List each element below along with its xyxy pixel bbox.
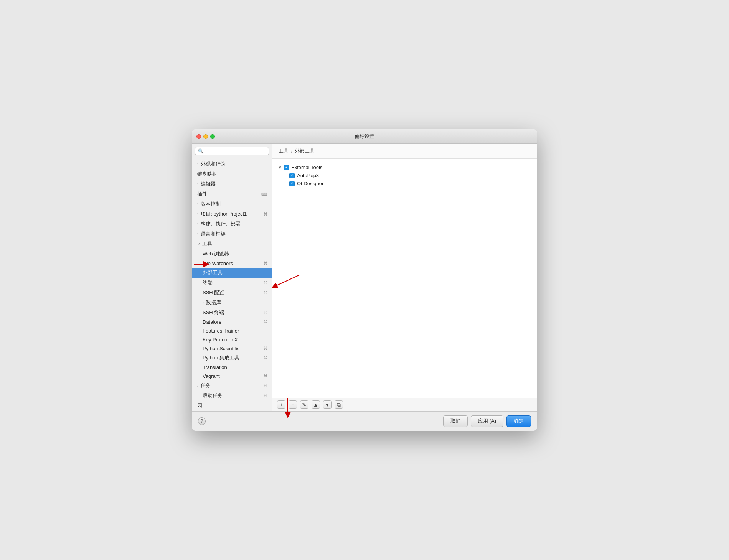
sidebar-item-python-integrated[interactable]: Python 集成工具⌘: [192, 353, 272, 363]
tree-item-label: AutoPep8: [297, 173, 319, 178]
badge-icon: ⌘: [263, 393, 267, 398]
sidebar-item-datalore[interactable]: Datalore⌘: [192, 318, 272, 326]
sidebar-item-ellipsis[interactable]: 园: [192, 400, 272, 410]
tree-item-external-tools-root[interactable]: ∨External Tools: [277, 163, 533, 171]
sidebar-item-editor[interactable]: ›编辑器: [192, 179, 272, 189]
move-up-button[interactable]: ▲: [312, 400, 320, 409]
sidebar-item-lang[interactable]: ›语言和框架: [192, 229, 272, 239]
sidebar-item-appearance[interactable]: ›外观和行为: [192, 159, 272, 169]
checkbox-external-tools-root[interactable]: [284, 165, 289, 170]
sidebar-item-database[interactable]: ›数据库: [192, 298, 272, 308]
copy-button[interactable]: ⧉: [335, 400, 343, 409]
sidebar-item-label: 数据库: [206, 299, 221, 306]
badge-icon: ⌘: [263, 356, 267, 361]
search-box[interactable]: 🔍: [195, 147, 269, 155]
chevron-icon: ›: [197, 212, 198, 216]
chevron-icon: ›: [197, 182, 198, 186]
sidebar-item-features-trainer[interactable]: Features Trainer: [192, 326, 272, 335]
help-button[interactable]: ?: [198, 417, 206, 425]
sidebar-item-project[interactable]: ›项目: pythonProject1⌘: [192, 209, 272, 219]
search-icon: 🔍: [198, 148, 204, 154]
sidebar-item-build[interactable]: ›构建、执行、部署: [192, 219, 272, 229]
move-down-button[interactable]: ▼: [323, 400, 332, 409]
badge-icon: ⌘: [263, 346, 267, 351]
chevron-icon: ›: [203, 301, 204, 305]
sidebar-item-translation[interactable]: Translation: [192, 363, 272, 372]
right-panel-wrap: 工具 › 外部工具 ∨External ToolsAutoPep8Qt Desi…: [272, 144, 537, 411]
sidebar-item-key-promoter[interactable]: Key Promoter X: [192, 335, 272, 344]
tree-item-label: Qt Designer: [297, 181, 323, 186]
sidebar-item-label: 外观和行为: [201, 161, 226, 168]
sidebar-item-label: Key Promoter X: [203, 337, 238, 343]
maximize-button[interactable]: [210, 134, 215, 139]
sidebar-item-plugins[interactable]: 插件⌨: [192, 189, 272, 199]
nav-list: ›外观和行为键盘映射›编辑器插件⌨›版本控制›项目: pythonProject…: [192, 158, 272, 411]
sidebar-item-label: SSH 配置: [203, 289, 224, 296]
close-button[interactable]: [196, 134, 201, 139]
traffic-lights: [196, 134, 215, 139]
sidebar-item-label: Features Trainer: [203, 328, 239, 334]
sidebar-item-tasks[interactable]: ›任务⌘: [192, 380, 272, 390]
breadcrumb-sep: ›: [291, 148, 292, 154]
apply-button[interactable]: 应用 (A): [471, 415, 503, 427]
cancel-button[interactable]: 取消: [443, 415, 468, 427]
badge-icon: ⌘: [263, 320, 267, 324]
ok-button[interactable]: 确定: [506, 415, 531, 427]
sidebar-item-startup-tasks[interactable]: 启动任务⌘: [192, 390, 272, 400]
badge-icon: ⌘: [263, 383, 267, 388]
sidebar-item-file-watchers[interactable]: File Watchers⌘: [192, 259, 272, 268]
sidebar-item-external-tools[interactable]: 外部工具: [192, 268, 272, 278]
chevron-icon: ∨: [197, 242, 200, 246]
titlebar: 偏好设置: [192, 129, 537, 144]
add-button[interactable]: +: [277, 400, 285, 409]
sidebar-item-python-scientific[interactable]: Python Scientific⌘: [192, 344, 272, 353]
sidebar-item-label: SSH 终端: [203, 309, 224, 316]
badge-icon: ⌘: [263, 212, 267, 217]
sidebar-item-label: Datalore: [203, 319, 221, 325]
checkbox-qt-designer[interactable]: [289, 181, 295, 186]
sidebar-item-label: 园: [197, 402, 202, 409]
sidebar-item-vagrant[interactable]: Vagrant⌘: [192, 372, 272, 380]
tree-item-label: External Tools: [291, 165, 322, 170]
sidebar-item-label: 工具: [202, 240, 212, 247]
badge-icon: ⌘: [263, 374, 267, 379]
sidebar-item-keymap[interactable]: 键盘映射: [192, 169, 272, 179]
sidebar-item-label: 外部工具: [203, 269, 223, 276]
edit-button[interactable]: ✎: [300, 400, 308, 409]
sidebar-item-version-control[interactable]: ›版本控制: [192, 199, 272, 209]
search-input[interactable]: [206, 148, 266, 154]
badge-icon: ⌘: [263, 310, 267, 315]
tree-chevron-icon: ∨: [279, 165, 281, 170]
sidebar-item-label: 构建、执行、部署: [201, 221, 241, 227]
sidebar-item-label: 键盘映射: [197, 171, 217, 178]
sidebar-item-label: Web 浏览器: [203, 250, 229, 257]
sidebar-item-label: 插件: [197, 191, 207, 198]
sidebar-item-web-browser[interactable]: Web 浏览器: [192, 249, 272, 259]
chevron-icon: ›: [197, 384, 198, 388]
sidebar-item-label: Vagrant: [203, 373, 220, 379]
tree-item-autopep8[interactable]: AutoPep8: [277, 171, 533, 180]
sidebar-item-tools[interactable]: ∨工具: [192, 239, 272, 249]
main-content: 工具 › 外部工具 ∨External ToolsAutoPep8Qt Desi…: [272, 144, 537, 411]
sidebar-item-label: Python Scientific: [203, 346, 239, 351]
main-content-area: 🔍 ›外观和行为键盘映射›编辑器插件⌨›版本控制›项目: pythonProje…: [192, 144, 537, 411]
sidebar-item-label: File Watchers: [203, 260, 233, 266]
tree-item-qt-designer[interactable]: Qt Designer: [277, 180, 533, 188]
checkbox-autopep8[interactable]: [289, 173, 295, 178]
footer: ? 取消 应用 (A) 确定: [192, 411, 537, 431]
remove-button[interactable]: −: [289, 400, 297, 409]
sidebar-item-label: 任务: [201, 382, 211, 389]
footer-right: 取消 应用 (A) 确定: [443, 415, 531, 427]
sidebar-item-terminal[interactable]: 终端⌘: [192, 278, 272, 288]
badge-icon: ⌘: [263, 290, 267, 295]
footer-left: ?: [198, 417, 206, 425]
preferences-window: 偏好设置 🔍 ›外观和行为键盘映射›编辑器插件⌨›版本控制›项目: python…: [192, 129, 537, 431]
chevron-icon: ›: [197, 162, 198, 166]
window-title: 偏好设置: [355, 133, 374, 140]
sidebar-item-label: 语言和框架: [201, 231, 226, 237]
sidebar: 🔍 ›外观和行为键盘映射›编辑器插件⌨›版本控制›项目: pythonProje…: [192, 144, 272, 411]
sidebar-item-ssh-terminal[interactable]: SSH 终端⌘: [192, 308, 272, 318]
minimize-button[interactable]: [203, 134, 208, 139]
sidebar-item-ssh-config[interactable]: SSH 配置⌘: [192, 288, 272, 298]
sidebar-item-label: Translation: [203, 364, 227, 370]
